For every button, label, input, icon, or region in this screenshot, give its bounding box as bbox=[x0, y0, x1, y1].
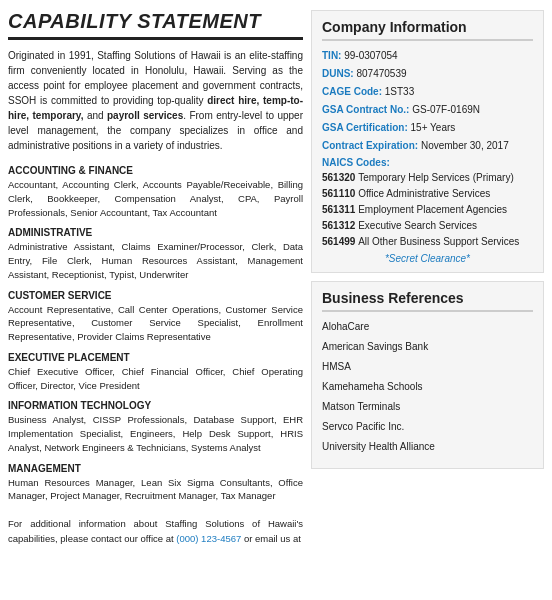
section-item: MANAGEMENTHuman Resources Manager, Lean … bbox=[8, 463, 303, 504]
naics-desc: Office Administrative Services bbox=[358, 188, 490, 199]
section-body: Account Representative, Call Center Oper… bbox=[8, 303, 303, 344]
company-info-row: CAGE Code: 1ST33 bbox=[322, 85, 533, 99]
company-info-row: DUNS: 807470539 bbox=[322, 67, 533, 81]
company-info-row: GSA Contract No.: GS-07F-0169N bbox=[322, 103, 533, 117]
capability-statement-title: CAPABILITY STATEMENT bbox=[8, 10, 303, 40]
section-body: Chief Executive Officer, Chief Financial… bbox=[8, 365, 303, 393]
section-title: ACCOUNTING & FINANCE bbox=[8, 165, 303, 176]
section-body: Human Resources Manager, Lean Six Sigma … bbox=[8, 476, 303, 504]
section-title: EXECUTIVE PLACEMENT bbox=[8, 352, 303, 363]
naics-code: 561311 bbox=[322, 204, 358, 215]
ref-item: Matson Terminals bbox=[322, 400, 533, 414]
section-item: CUSTOMER SERVICEAccount Representative, … bbox=[8, 290, 303, 344]
info-label: TIN: bbox=[322, 50, 344, 61]
company-info-row: TIN: 99-0307054 bbox=[322, 49, 533, 63]
right-column: Company Information TIN: 99-0307054DUNS:… bbox=[311, 10, 544, 590]
section-item: ADMINISTRATIVEAdministrative Assistant, … bbox=[8, 227, 303, 281]
company-rows: TIN: 99-0307054DUNS: 807470539CAGE Code:… bbox=[322, 49, 533, 153]
naics-code: 561320 bbox=[322, 172, 358, 183]
intro-text-mid: and bbox=[83, 110, 107, 121]
company-info-row: Contract Expiration: November 30, 2017 bbox=[322, 139, 533, 153]
section-item: EXECUTIVE PLACEMENTChief Executive Offic… bbox=[8, 352, 303, 393]
naics-item: 561311 Employment Placement Agencies bbox=[322, 203, 533, 217]
naics-items: 561320 Temporary Help Services (Primary)… bbox=[322, 171, 533, 249]
info-value: GS-07F-0169N bbox=[412, 104, 480, 115]
business-refs-title: Business References bbox=[322, 290, 533, 312]
naics-code: 561312 bbox=[322, 220, 358, 231]
naics-code: 561499 bbox=[322, 236, 358, 247]
naics-title: NAICS Codes: bbox=[322, 157, 533, 168]
footer-text: For additional information about Staffin… bbox=[8, 517, 303, 546]
ref-item: University Health Alliance bbox=[322, 440, 533, 454]
ref-item: AlohaCare bbox=[322, 320, 533, 334]
info-value: 1ST33 bbox=[385, 86, 414, 97]
company-info-box: Company Information TIN: 99-0307054DUNS:… bbox=[311, 10, 544, 273]
section-title: MANAGEMENT bbox=[8, 463, 303, 474]
company-info-title: Company Information bbox=[322, 19, 533, 41]
sections-container: ACCOUNTING & FINANCEAccountant, Accounti… bbox=[8, 165, 303, 503]
section-body: Business Analyst, CISSP Professionals, D… bbox=[8, 413, 303, 454]
section-body: Administrative Assistant, Claims Examine… bbox=[8, 240, 303, 281]
section-body: Accountant, Accounting Clerk, Accounts P… bbox=[8, 178, 303, 219]
ref-item: Kamehameha Schools bbox=[322, 380, 533, 394]
naics-item: 561110 Office Administrative Services bbox=[322, 187, 533, 201]
section-title: INFORMATION TECHNOLOGY bbox=[8, 400, 303, 411]
ref-item: American Savings Bank bbox=[322, 340, 533, 354]
naics-item: 561320 Temporary Help Services (Primary) bbox=[322, 171, 533, 185]
naics-desc: All Other Business Support Services bbox=[358, 236, 519, 247]
company-info-row: GSA Certification: 15+ Years bbox=[322, 121, 533, 135]
footer-text-after: or email us at bbox=[241, 533, 301, 544]
info-value: 99-0307054 bbox=[344, 50, 397, 61]
info-value: November 30, 2017 bbox=[421, 140, 509, 151]
naics-item: 561312 Executive Search Services bbox=[322, 219, 533, 233]
naics-code: 561110 bbox=[322, 188, 358, 199]
refs-items: AlohaCareAmerican Savings BankHMSAKameha… bbox=[322, 320, 533, 454]
naics-item: 561499 All Other Business Support Servic… bbox=[322, 235, 533, 249]
naics-desc: Temporary Help Services (Primary) bbox=[358, 172, 514, 183]
section-item: ACCOUNTING & FINANCEAccountant, Accounti… bbox=[8, 165, 303, 219]
intro-bold2: payroll services bbox=[107, 110, 183, 121]
info-label: DUNS: bbox=[322, 68, 356, 79]
info-label: CAGE Code: bbox=[322, 86, 385, 97]
business-refs-box: Business References AlohaCareAmerican Sa… bbox=[311, 281, 544, 469]
info-value: 807470539 bbox=[356, 68, 406, 79]
naics-desc: Executive Search Services bbox=[358, 220, 477, 231]
section-title: ADMINISTRATIVE bbox=[8, 227, 303, 238]
info-label: GSA Certification: bbox=[322, 122, 411, 133]
left-column: CAPABILITY STATEMENT Originated in 1991,… bbox=[8, 10, 303, 590]
section-item: INFORMATION TECHNOLOGYBusiness Analyst, … bbox=[8, 400, 303, 454]
info-label: Contract Expiration: bbox=[322, 140, 421, 151]
section-title: CUSTOMER SERVICE bbox=[8, 290, 303, 301]
info-label: GSA Contract No.: bbox=[322, 104, 412, 115]
page: CAPABILITY STATEMENT Originated in 1991,… bbox=[0, 0, 552, 600]
info-value: 15+ Years bbox=[411, 122, 456, 133]
secret-clearance: *Secret Clearance* bbox=[322, 253, 533, 264]
naics-desc: Employment Placement Agencies bbox=[358, 204, 507, 215]
intro-paragraph: Originated in 1991, Staffing Solutions o… bbox=[8, 48, 303, 153]
phone-link[interactable]: (000) 123-4567 bbox=[176, 533, 241, 544]
ref-item: HMSA bbox=[322, 360, 533, 374]
ref-item: Servco Pacific Inc. bbox=[322, 420, 533, 434]
